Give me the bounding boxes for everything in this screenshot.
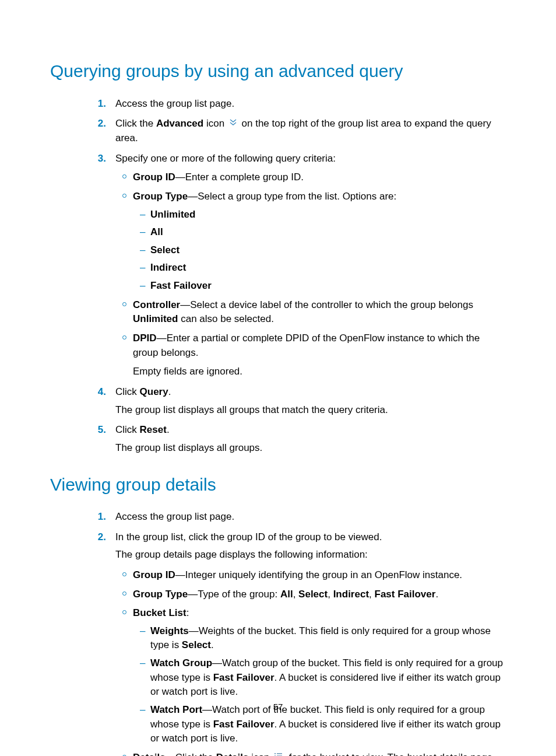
bucket-field: Watch Group—Watch group of the bucket. T… (150, 656, 506, 699)
option-item: Select (150, 243, 506, 258)
criteria-footnote: Empty fields are ignored. (133, 365, 506, 379)
detail-tail: icon (248, 752, 272, 756)
detail-label: Group ID (133, 569, 175, 580)
details-icon (274, 751, 284, 756)
detail-item: Bucket List: Weights—Weights of the buck… (133, 606, 506, 746)
keyword-details: Details (216, 752, 249, 756)
detail-tail: : (186, 607, 189, 618)
step: 2. In the group list, click the group ID… (115, 530, 506, 756)
step-text: Click the (115, 118, 156, 129)
seq-item: Indirect (333, 589, 369, 600)
option-item: All (150, 225, 506, 240)
criteria-item: DPID—Enter a partial or complete DPID of… (133, 331, 506, 360)
option-item: Unlimited (150, 208, 506, 222)
step: 4. Click Query. The group list displays … (115, 385, 506, 417)
bucket-field: Weights—Weights of the bucket. This fiel… (150, 624, 506, 653)
bucket-tail: . (211, 639, 214, 650)
bucket-label: Weights (150, 625, 189, 636)
detail-item: Group Type—Type of the group: All, Selec… (133, 587, 506, 602)
option-item: Fast Failover (150, 279, 506, 293)
detail-tail: —Integer uniquely identifying the group … (175, 569, 462, 580)
criteria-tail: can also be selected. (178, 313, 273, 324)
steps-list-2: 1. Access the group list page. 2. In the… (50, 510, 506, 756)
detail-label: Group Type (133, 589, 188, 600)
keyword-reset: Reset (140, 424, 167, 435)
step-text: . (167, 424, 170, 435)
step-number: 2. (89, 117, 106, 131)
step-text: Access the group list page. (115, 511, 234, 522)
keyword-unlimited: Unlimited (133, 313, 178, 324)
step-number: 1. (89, 510, 106, 524)
step-text: In the group list, click the group ID of… (115, 531, 382, 542)
option-text: Indirect (150, 262, 186, 273)
step-text: Click (115, 424, 140, 435)
options-list: Unlimited All Select Indirect Fast Failo… (133, 208, 506, 293)
step-after: The group list displays all groups. (115, 441, 506, 456)
criteria-tail: —Select a group type from the list. Opti… (188, 191, 396, 202)
page-number: 57 (0, 702, 556, 712)
page-content: Querying groups by using an advanced que… (0, 0, 556, 756)
step: 1. Access the group list page. (115, 97, 506, 111)
step-number: 1. (89, 97, 106, 111)
keyword-select: Select (182, 639, 211, 650)
detail-tail: —Click the (166, 752, 216, 756)
criteria-tail: —Enter a partial or complete DPID of the… (133, 332, 480, 358)
step: 3. Specify one or more of the following … (115, 152, 506, 379)
step-after: The group list displays all groups that … (115, 403, 506, 418)
step-text: icon (203, 118, 227, 129)
step-number: 5. (89, 423, 106, 438)
section-heading-1: Querying groups by using an advanced que… (50, 58, 506, 84)
step-text: Click (115, 386, 140, 397)
detail-item: Group ID—Integer uniquely identifying th… (133, 568, 506, 583)
criteria-label: Group ID (133, 172, 175, 183)
bucket-fields: Weights—Weights of the bucket. This fiel… (133, 624, 506, 746)
keyword-advanced: Advanced (156, 118, 203, 129)
step-text: . (168, 386, 171, 397)
step: 5. Click Reset. The group list displays … (115, 423, 506, 455)
criteria-tail: —Select a device label of the controller… (180, 299, 473, 310)
section-heading-2: Viewing group details (50, 472, 506, 498)
detail-item: Details—Click the Details icon for the b… (133, 751, 506, 756)
criteria-label: Controller (133, 299, 180, 310)
criteria-item: Controller—Select a device label of the … (133, 298, 506, 327)
criteria-tail: —Enter a complete group ID. (175, 172, 304, 183)
criteria-label: Group Type (133, 191, 188, 202)
criteria-item: Group Type—Select a group type from the … (133, 190, 506, 293)
step-number: 2. (89, 530, 106, 545)
steps-list-1: 1. Access the group list page. 2. Click … (50, 97, 506, 456)
step-after: The group details page displays the foll… (115, 548, 506, 562)
option-item: Indirect (150, 261, 506, 275)
keyword-query: Query (140, 386, 168, 397)
seq-item: Select (298, 589, 328, 600)
criteria-list: Group ID—Enter a complete group ID. Grou… (115, 170, 506, 360)
criteria-label: DPID (133, 332, 157, 344)
step-number: 4. (89, 385, 106, 400)
keyword-fast-failover: Fast Failover (213, 672, 275, 683)
option-text: Fast Failover (150, 280, 212, 291)
detail-label: Details (133, 752, 166, 756)
advanced-icon (229, 117, 237, 131)
detail-list: Group ID—Integer uniquely identifying th… (115, 568, 506, 756)
detail-tail: —Type of the group: (188, 589, 280, 600)
step: 2. Click the Advanced icon on the top ri… (115, 117, 506, 145)
keyword-fast-failover: Fast Failover (213, 719, 275, 730)
step-text: Access the group list page. (115, 98, 234, 109)
option-text: All (150, 226, 163, 237)
bucket-label: Watch Group (150, 657, 212, 668)
option-text: Unlimited (150, 209, 195, 220)
detail-label: Bucket List (133, 607, 186, 618)
criteria-item: Group ID—Enter a complete group ID. (133, 170, 506, 185)
step-number: 3. (89, 152, 106, 166)
step-text: Specify one or more of the following que… (115, 153, 336, 164)
step: 1. Access the group list page. (115, 510, 506, 524)
option-text: Select (150, 244, 180, 256)
seq-item: Fast Failover (375, 589, 436, 600)
seq-item: All (280, 589, 293, 600)
